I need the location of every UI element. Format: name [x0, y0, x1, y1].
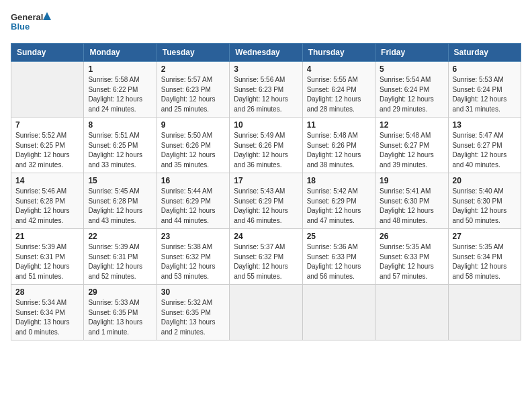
day-number: 26 [380, 232, 443, 241]
calendar-cell: 14Sunrise: 5:46 AM Sunset: 6:28 PM Dayli… [11, 173, 84, 229]
weekday-header-tuesday: Tuesday [157, 44, 229, 62]
day-number: 24 [234, 232, 298, 241]
day-info: Sunrise: 5:50 AM Sunset: 6:26 PM Dayligh… [161, 131, 225, 170]
calendar-cell: 25Sunrise: 5:36 AM Sunset: 6:33 PM Dayli… [302, 229, 375, 285]
calendar-cell: 22Sunrise: 5:39 AM Sunset: 6:31 PM Dayli… [84, 229, 157, 285]
calendar-cell: 5Sunrise: 5:54 AM Sunset: 6:24 PM Daylig… [375, 62, 448, 118]
calendar-cell: 24Sunrise: 5:37 AM Sunset: 6:32 PM Dayli… [230, 229, 302, 285]
page-header: General Blue [11, 11, 521, 35]
day-info: Sunrise: 5:43 AM Sunset: 6:29 PM Dayligh… [234, 187, 298, 226]
calendar-cell: 3Sunrise: 5:56 AM Sunset: 6:23 PM Daylig… [230, 62, 302, 118]
day-number: 13 [453, 120, 517, 130]
day-info: Sunrise: 5:51 AM Sunset: 6:25 PM Dayligh… [88, 131, 152, 170]
day-info: Sunrise: 5:48 AM Sunset: 6:26 PM Dayligh… [307, 131, 371, 170]
day-info: Sunrise: 5:41 AM Sunset: 6:30 PM Dayligh… [380, 187, 443, 226]
day-number: 12 [380, 120, 443, 130]
calendar-week-row: 28Sunrise: 5:34 AM Sunset: 6:34 PM Dayli… [11, 285, 521, 340]
calendar-cell: 6Sunrise: 5:53 AM Sunset: 6:24 PM Daylig… [448, 62, 521, 118]
calendar-cell: 18Sunrise: 5:42 AM Sunset: 6:29 PM Dayli… [302, 173, 375, 229]
calendar-cell: 10Sunrise: 5:49 AM Sunset: 6:26 PM Dayli… [230, 118, 302, 173]
weekday-header-friday: Friday [375, 44, 448, 62]
day-info: Sunrise: 5:58 AM Sunset: 6:22 PM Dayligh… [88, 75, 152, 114]
calendar-cell: 2Sunrise: 5:57 AM Sunset: 6:23 PM Daylig… [157, 62, 229, 118]
calendar-cell: 17Sunrise: 5:43 AM Sunset: 6:29 PM Dayli… [230, 173, 302, 229]
day-number: 1 [88, 64, 152, 74]
svg-text:Blue: Blue [11, 21, 30, 32]
calendar-week-row: 21Sunrise: 5:39 AM Sunset: 6:31 PM Dayli… [11, 229, 521, 285]
day-info: Sunrise: 5:33 AM Sunset: 6:35 PM Dayligh… [88, 298, 152, 337]
day-number: 30 [161, 287, 225, 297]
calendar-cell: 28Sunrise: 5:34 AM Sunset: 6:34 PM Dayli… [11, 285, 84, 340]
day-info: Sunrise: 5:46 AM Sunset: 6:28 PM Dayligh… [15, 187, 79, 226]
weekday-header-wednesday: Wednesday [230, 44, 302, 62]
calendar-cell [230, 285, 302, 340]
weekday-header-monday: Monday [84, 44, 157, 62]
day-number: 25 [307, 232, 371, 241]
logo: General Blue [11, 11, 51, 35]
calendar-cell: 7Sunrise: 5:52 AM Sunset: 6:25 PM Daylig… [11, 118, 84, 173]
day-info: Sunrise: 5:35 AM Sunset: 6:33 PM Dayligh… [380, 242, 443, 281]
day-number: 28 [15, 287, 79, 297]
day-number: 23 [161, 232, 225, 241]
logo-svg: General Blue [11, 11, 51, 35]
calendar-week-row: 1Sunrise: 5:58 AM Sunset: 6:22 PM Daylig… [11, 62, 521, 118]
day-info: Sunrise: 5:49 AM Sunset: 6:26 PM Dayligh… [234, 131, 298, 170]
svg-text:General: General [11, 12, 43, 22]
calendar-cell: 16Sunrise: 5:44 AM Sunset: 6:29 PM Dayli… [157, 173, 229, 229]
day-info: Sunrise: 5:39 AM Sunset: 6:31 PM Dayligh… [88, 242, 152, 281]
weekday-header-saturday: Saturday [448, 44, 521, 62]
calendar-cell: 26Sunrise: 5:35 AM Sunset: 6:33 PM Dayli… [375, 229, 448, 285]
calendar-cell [11, 62, 84, 118]
day-info: Sunrise: 5:37 AM Sunset: 6:32 PM Dayligh… [234, 242, 298, 281]
calendar-cell: 21Sunrise: 5:39 AM Sunset: 6:31 PM Dayli… [11, 229, 84, 285]
day-info: Sunrise: 5:39 AM Sunset: 6:31 PM Dayligh… [15, 242, 79, 281]
calendar-cell [448, 285, 521, 340]
day-info: Sunrise: 5:38 AM Sunset: 6:32 PM Dayligh… [161, 242, 225, 281]
day-number: 22 [88, 232, 152, 241]
calendar-cell: 20Sunrise: 5:40 AM Sunset: 6:30 PM Dayli… [448, 173, 521, 229]
day-number: 16 [161, 176, 225, 185]
day-number: 4 [307, 64, 371, 74]
calendar-table: SundayMondayTuesdayWednesdayThursdayFrid… [11, 43, 521, 340]
day-info: Sunrise: 5:34 AM Sunset: 6:34 PM Dayligh… [15, 298, 79, 337]
calendar-cell: 4Sunrise: 5:55 AM Sunset: 6:24 PM Daylig… [302, 62, 375, 118]
calendar-cell: 11Sunrise: 5:48 AM Sunset: 6:26 PM Dayli… [302, 118, 375, 173]
day-info: Sunrise: 5:44 AM Sunset: 6:29 PM Dayligh… [161, 187, 225, 226]
calendar-cell: 30Sunrise: 5:32 AM Sunset: 6:35 PM Dayli… [157, 285, 229, 340]
day-number: 20 [453, 176, 517, 185]
day-info: Sunrise: 5:57 AM Sunset: 6:23 PM Dayligh… [161, 75, 225, 114]
calendar-cell: 8Sunrise: 5:51 AM Sunset: 6:25 PM Daylig… [84, 118, 157, 173]
calendar-cell: 9Sunrise: 5:50 AM Sunset: 6:26 PM Daylig… [157, 118, 229, 173]
day-number: 27 [453, 232, 517, 241]
day-number: 19 [380, 176, 443, 185]
day-info: Sunrise: 5:52 AM Sunset: 6:25 PM Dayligh… [15, 131, 79, 170]
weekday-header-row: SundayMondayTuesdayWednesdayThursdayFrid… [11, 44, 521, 62]
calendar-cell [302, 285, 375, 340]
day-number: 29 [88, 287, 152, 297]
day-info: Sunrise: 5:47 AM Sunset: 6:27 PM Dayligh… [453, 131, 517, 170]
day-number: 14 [15, 176, 79, 185]
day-info: Sunrise: 5:35 AM Sunset: 6:34 PM Dayligh… [453, 242, 517, 281]
calendar-cell: 13Sunrise: 5:47 AM Sunset: 6:27 PM Dayli… [448, 118, 521, 173]
day-number: 10 [234, 120, 298, 130]
calendar-cell: 23Sunrise: 5:38 AM Sunset: 6:32 PM Dayli… [157, 229, 229, 285]
weekday-header-thursday: Thursday [302, 44, 375, 62]
calendar-week-row: 14Sunrise: 5:46 AM Sunset: 6:28 PM Dayli… [11, 173, 521, 229]
calendar-cell: 15Sunrise: 5:45 AM Sunset: 6:28 PM Dayli… [84, 173, 157, 229]
calendar-cell: 27Sunrise: 5:35 AM Sunset: 6:34 PM Dayli… [448, 229, 521, 285]
day-number: 2 [161, 64, 225, 74]
day-number: 21 [15, 232, 79, 241]
calendar-cell: 12Sunrise: 5:48 AM Sunset: 6:27 PM Dayli… [375, 118, 448, 173]
day-info: Sunrise: 5:36 AM Sunset: 6:33 PM Dayligh… [307, 242, 371, 281]
calendar-cell: 1Sunrise: 5:58 AM Sunset: 6:22 PM Daylig… [84, 62, 157, 118]
day-info: Sunrise: 5:48 AM Sunset: 6:27 PM Dayligh… [380, 131, 443, 170]
day-info: Sunrise: 5:42 AM Sunset: 6:29 PM Dayligh… [307, 187, 371, 226]
calendar-cell: 19Sunrise: 5:41 AM Sunset: 6:30 PM Dayli… [375, 173, 448, 229]
day-info: Sunrise: 5:32 AM Sunset: 6:35 PM Dayligh… [161, 298, 225, 337]
day-info: Sunrise: 5:56 AM Sunset: 6:23 PM Dayligh… [234, 75, 298, 114]
calendar-cell: 29Sunrise: 5:33 AM Sunset: 6:35 PM Dayli… [84, 285, 157, 340]
day-number: 17 [234, 176, 298, 185]
day-number: 7 [15, 120, 79, 130]
svg-marker-2 [43, 12, 51, 20]
day-info: Sunrise: 5:40 AM Sunset: 6:30 PM Dayligh… [453, 187, 517, 226]
